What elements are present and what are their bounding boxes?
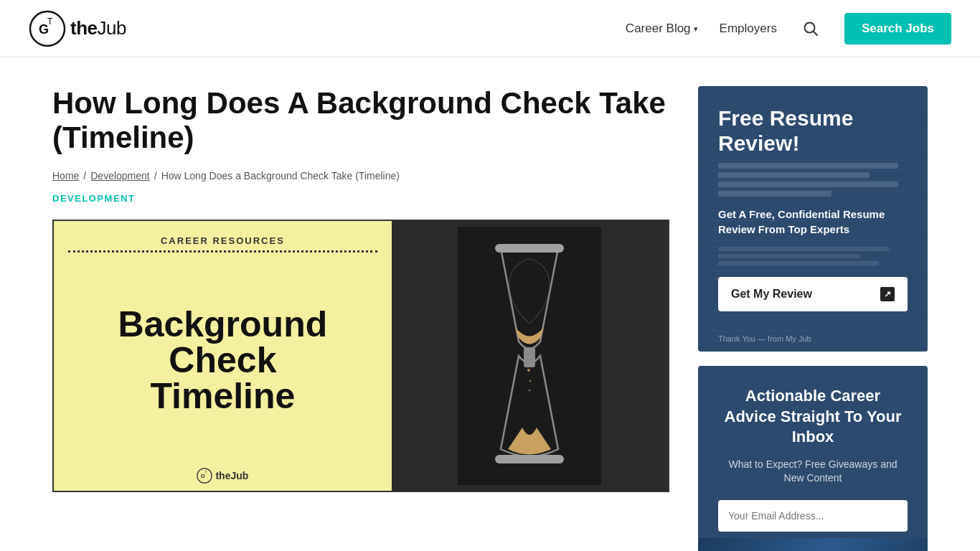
svg-rect-11 <box>524 347 535 367</box>
image-main-text: Background Check Timeline <box>118 260 328 461</box>
hourglass-illustration <box>458 227 601 485</box>
doc-line <box>718 182 898 187</box>
advice-card-title: Actionable Career Advice Straight To You… <box>718 386 908 448</box>
image-logo: G T theJub <box>197 468 248 484</box>
main-nav: Career Blog ▾ Employers Search Jobs <box>626 13 951 44</box>
advice-card-bg-image <box>698 538 928 551</box>
svg-point-14 <box>529 389 531 391</box>
chevron-down-icon: ▾ <box>694 24 698 34</box>
site-logo[interactable]: G T theJub <box>29 10 126 47</box>
doc-line <box>718 163 898 169</box>
career-blog-link[interactable]: Career Blog ▾ <box>626 22 698 36</box>
card-footer-text: Thank You — from My Jub <box>718 334 908 343</box>
career-blog-label: Career Blog <box>626 22 691 36</box>
external-link-icon: ↗ <box>880 287 895 301</box>
breadcrumb: Home / Development / How Long Does a Bac… <box>52 170 669 182</box>
resume-doc-lines <box>718 163 908 197</box>
get-review-button[interactable]: Get My Review ↗ <box>718 277 908 311</box>
category-tag: DEVELOPMENT <box>52 193 669 204</box>
featured-image: CAREER RESOURCES Background Check Timeli… <box>52 220 669 492</box>
svg-point-12 <box>527 369 530 372</box>
resume-mini-lines <box>718 247 908 265</box>
resume-review-card: Free Resume Review! Get A Free, Confiden… <box>698 86 928 352</box>
get-review-label: Get My Review <box>731 288 812 301</box>
dotted-divider <box>68 250 377 253</box>
doc-line <box>718 191 831 197</box>
svg-rect-10 <box>495 455 564 463</box>
breadcrumb-home[interactable]: Home <box>52 170 79 182</box>
card-footer: Thank You — from My Jub <box>698 329 928 352</box>
logo-text: theJub <box>70 17 126 39</box>
doc-line <box>718 172 870 178</box>
content-area: How Long Does A Background Check Take (T… <box>52 86 669 492</box>
advice-card-body: Actionable Career Advice Straight To You… <box>698 366 928 538</box>
search-jobs-button[interactable]: Search Jobs <box>844 13 951 44</box>
sidebar: Free Resume Review! Get A Free, Confiden… <box>698 86 928 551</box>
svg-text:T: T <box>47 17 53 27</box>
resume-card-title: Free Resume Review! <box>718 106 908 156</box>
logo-icon: G T <box>29 10 66 47</box>
career-resources-label: CAREER RESOURCES <box>68 235 377 246</box>
search-icon-button[interactable] <box>798 17 823 41</box>
resume-card-subtitle: Get A Free, Confidential Resume Review F… <box>718 207 908 237</box>
mini-line <box>718 247 889 251</box>
article-title: How Long Does A Background Check Take (T… <box>52 86 669 156</box>
advice-card-subtitle: What to Expect? Free Giveaways and New C… <box>718 458 908 486</box>
career-advice-card: Actionable Career Advice Straight To You… <box>698 366 928 551</box>
svg-point-13 <box>529 380 532 382</box>
email-input-row <box>718 500 908 532</box>
svg-line-4 <box>813 31 817 35</box>
breadcrumb-current: How Long Does a Background Check Take (T… <box>161 170 400 182</box>
resume-card-body: Free Resume Review! Get A Free, Confiden… <box>698 86 928 352</box>
image-panel-left: CAREER RESOURCES Background Check Timeli… <box>54 221 392 491</box>
svg-text:T: T <box>205 470 207 474</box>
image-panel-right <box>392 221 668 491</box>
search-icon <box>803 21 819 37</box>
employers-link[interactable]: Employers <box>720 22 777 36</box>
mini-line <box>718 254 860 258</box>
svg-rect-9 <box>495 244 564 253</box>
email-input[interactable] <box>718 500 908 532</box>
breadcrumb-development[interactable]: Development <box>90 170 150 182</box>
employers-label: Employers <box>720 22 777 36</box>
main-container: How Long Does A Background Check Take (T… <box>24 57 956 551</box>
mini-line <box>718 261 879 265</box>
